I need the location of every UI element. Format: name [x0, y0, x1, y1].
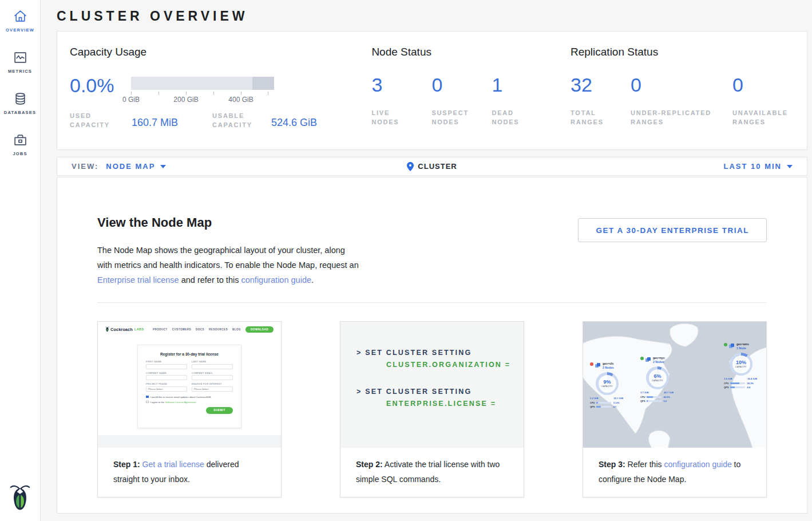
- live-nodes-stat: 3 LIVE NODES: [371, 75, 431, 127]
- capacity-bar-chart: 0 GiB 200 GiB 400 GiB: [131, 77, 274, 104]
- sidebar-item-databases[interactable]: DATABASES: [0, 92, 40, 115]
- description-text: .: [311, 275, 314, 285]
- suspect-nodes-stat: 0 SUSPECT NODES: [431, 75, 492, 127]
- view-bar: VIEW: NODE MAP CLUSTER LAST 10 MIN: [57, 157, 807, 176]
- capacity-donut: 10% CAPACITY: [730, 353, 752, 376]
- region-capacity-percent: 6%: [653, 374, 661, 379]
- suspect-nodes-value: 0: [431, 75, 492, 94]
- capacity-usage-section: Capacity Usage 0.0% 0 GiB 200 GiB 400 Gi…: [70, 46, 371, 149]
- field-select: Please Select: [192, 386, 233, 392]
- total-ranges-stat: 32 TOTAL RANGES: [571, 75, 631, 127]
- region-used: 3.6 GiB: [724, 377, 732, 380]
- qps-value: 4.7: [613, 405, 616, 408]
- field-label: REASON FOR INTEREST: [192, 383, 233, 385]
- total-ranges-value: 32: [571, 75, 631, 94]
- under-replicated-ranges-stat: 0 UNDER-REPLICATED RANGES: [631, 75, 732, 127]
- axis-label: 200 GiB: [173, 96, 198, 104]
- field-label: LAST NAME: [192, 361, 233, 363]
- qps-bar: [596, 406, 611, 408]
- map-pin-icon: [407, 162, 414, 171]
- capacity-donut: 9% CAPACITY: [596, 372, 619, 395]
- qps-value: 4.4: [747, 386, 750, 389]
- qps-bar: [647, 400, 662, 402]
- live-nodes-label: LIVE NODES: [371, 108, 411, 127]
- capacity-percent: 0.0%: [70, 76, 120, 104]
- site-nav-item: BLOG: [232, 328, 241, 331]
- sidebar-item-jobs[interactable]: JOBS: [0, 133, 40, 156]
- unavailable-ranges-stat: 0 UNAVAILABLE RANGES: [732, 75, 807, 127]
- region-total: 43.7 GiB: [664, 391, 674, 394]
- site-nav-item: PRODUCT: [153, 328, 168, 331]
- get-trial-license-link[interactable]: Get a trial license: [142, 460, 204, 469]
- configuration-guide-link[interactable]: configuration guide: [241, 275, 311, 285]
- region-used: 3.2 GiB: [590, 397, 598, 400]
- cpu-label: CPU: [724, 382, 728, 385]
- step-3-card: geo=sfo 2 Nodes 9% CAPACITY 3.2 GiB: [583, 321, 767, 498]
- page-title: CLUSTER OVERVIEW: [57, 0, 807, 31]
- license-agreement-link: Software License Agreement.: [165, 401, 197, 404]
- code-command: SET CLUSTER SETTING: [365, 349, 472, 357]
- cluster-summary-card: Capacity Usage 0.0% 0 GiB 200 GiB 400 Gi…: [57, 31, 807, 150]
- node-status-title: Node Status: [371, 46, 571, 58]
- replication-status-title: Replication Status: [571, 46, 807, 58]
- logo-text: Cockroach: [110, 327, 133, 332]
- steps-row: Cockroach LABS PRODUCT CUSTOMERS DOCS RE…: [97, 321, 767, 498]
- site-download-button: DOWNLOAD: [245, 326, 274, 333]
- description-text: and refer to this: [181, 275, 239, 285]
- site-nav: PRODUCT CUSTOMERS DOCS RESOURCES BLOG DO…: [153, 326, 274, 333]
- cpu-label: CPU: [640, 396, 645, 398]
- site-nav-item: CUSTOMERS: [172, 328, 191, 331]
- replication-status-section: Replication Status 32 TOTAL RANGES 0 UND…: [571, 46, 807, 149]
- dead-nodes-stat: 1 DEAD NODES: [492, 75, 552, 127]
- unavailable-ranges-value: 0: [732, 75, 807, 94]
- code-prompt: >: [357, 349, 362, 357]
- qps-bar: [730, 386, 745, 388]
- sidebar-item-label: OVERVIEW: [6, 27, 34, 33]
- live-nodes-value: 3: [371, 75, 431, 94]
- sidebar-item-label: DATABASES: [4, 110, 36, 115]
- sidebar-item-overview[interactable]: OVERVIEW: [0, 9, 40, 33]
- checkbox-label: I would like to receive email updates ab…: [150, 396, 212, 398]
- metrics-icon: [13, 50, 27, 65]
- main-content: CLUSTER OVERVIEW Capacity Usage 0.0% 0 G…: [41, 0, 812, 514]
- region-capacity-label: CAPACITY: [735, 366, 746, 368]
- site-nav-item: RESOURCES: [209, 328, 228, 331]
- field-input: [192, 375, 233, 380]
- step-number: Step 2:: [356, 460, 383, 469]
- cluster-breadcrumb-label: CLUSTER: [418, 162, 457, 171]
- site-nav-item: DOCS: [196, 328, 204, 331]
- dead-nodes-label: DEAD NODES: [492, 108, 532, 127]
- dead-nodes-value: 1: [492, 75, 552, 94]
- description-text: The Node Map shows the geographical layo…: [97, 246, 359, 270]
- node-cube-icon: [595, 363, 600, 368]
- sidebar-item-label: JOBS: [13, 151, 27, 156]
- field-label: COMPANY NAME: [146, 372, 187, 374]
- enterprise-trial-license-link[interactable]: Enterprise trial license: [97, 275, 179, 285]
- under-replicated-ranges-value: 0: [631, 75, 732, 94]
- region-capacity-percent: 9%: [603, 380, 611, 385]
- step-1-caption: Step 1: Get a trial license delivered st…: [98, 448, 281, 487]
- cluster-breadcrumb[interactable]: CLUSTER: [57, 162, 807, 171]
- enterprise-trial-button[interactable]: GET A 30-DAY ENTERPRISE TRIAL: [578, 218, 767, 242]
- sidebar-item-label: METRICS: [8, 69, 32, 74]
- region-total: 36.4 GiB: [747, 377, 757, 380]
- submit-button: SUBMIT: [206, 407, 233, 414]
- capacity-axis-labels: 0 GiB 200 GiB 400 GiB: [131, 95, 274, 104]
- map-region-sfo: geo=sfo 2 Nodes 9% CAPACITY 3.2 GiB: [590, 362, 623, 408]
- region-name: geo=ams: [736, 342, 749, 346]
- node-map-intro: View the Node Map The Node Map shows the…: [97, 215, 362, 287]
- axis-label: 400 GiB: [228, 96, 253, 104]
- usable-capacity-value: 524.6 GiB: [271, 117, 317, 129]
- node-map-heading: View the Node Map: [97, 215, 362, 230]
- step-1-card: Cockroach LABS PRODUCT CUSTOMERS DOCS RE…: [97, 321, 282, 498]
- field-label: COMPANY EMAIL: [192, 372, 233, 374]
- step-1-thumbnail: Cockroach LABS PRODUCT CUSTOMERS DOCS RE…: [98, 322, 281, 448]
- map-region-nyc: geo=nyc 2 Nodes 6% CAPACITY 3.7 GiB: [640, 356, 674, 402]
- suspect-nodes-label: SUSPECT NODES: [431, 108, 477, 127]
- configuration-guide-link[interactable]: configuration guide: [664, 460, 731, 469]
- node-map-panel: View the Node Map The Node Map shows the…: [57, 177, 807, 514]
- caption-text: Refer this: [628, 460, 662, 469]
- region-capacity-label: CAPACITY: [601, 385, 612, 388]
- sidebar-item-metrics[interactable]: METRICS: [0, 50, 40, 74]
- capacity-usage-title: Capacity Usage: [70, 46, 371, 58]
